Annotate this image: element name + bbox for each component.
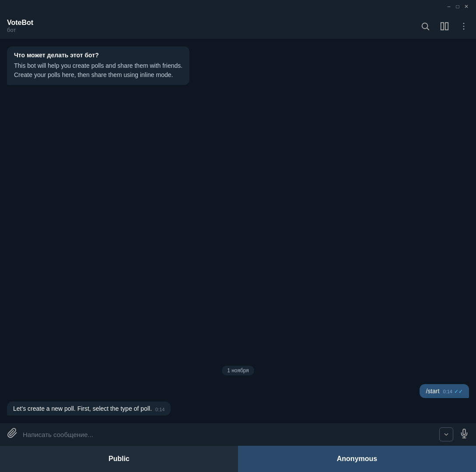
bot-response-message: Let's create a new poll. First, select t… bbox=[7, 402, 469, 416]
public-button[interactable]: Public bbox=[0, 446, 238, 472]
attach-icon[interactable] bbox=[7, 428, 18, 441]
bot-intro-text: This bot will help you create polls and … bbox=[14, 61, 182, 80]
chat-header: VoteBot бот bbox=[0, 13, 476, 39]
svg-point-6 bbox=[463, 28, 465, 30]
chat-area: Что может делать этот бот? This bot will… bbox=[0, 39, 476, 423]
read-receipt-icon: ✓✓ bbox=[454, 388, 463, 395]
svg-line-1 bbox=[427, 28, 429, 30]
date-badge: 1 ноября bbox=[222, 366, 254, 375]
svg-point-4 bbox=[463, 23, 465, 24]
user-bubble: /start 0:14 ✓✓ bbox=[420, 384, 469, 398]
titlebar: – □ ✕ bbox=[0, 0, 476, 13]
svg-rect-2 bbox=[441, 22, 444, 30]
bot-intro-bubble: Что может делать этот бот? This bot will… bbox=[7, 46, 189, 85]
bot-response-text: Let's create a new poll. First, select t… bbox=[13, 405, 152, 412]
contact-name: VoteBot bbox=[7, 19, 33, 27]
user-message-text: /start bbox=[426, 388, 439, 395]
bot-intro-title: Что может делать этот бот? bbox=[14, 52, 182, 59]
emoji-or-more-icon[interactable] bbox=[439, 427, 453, 441]
layout-icon[interactable] bbox=[439, 21, 450, 31]
anonymous-button[interactable]: Anonymous bbox=[238, 446, 476, 472]
svg-rect-3 bbox=[445, 22, 448, 30]
svg-point-5 bbox=[463, 25, 465, 27]
input-area bbox=[0, 423, 476, 446]
bot-response-time: 0:14 bbox=[155, 407, 164, 412]
contact-status: бот bbox=[7, 27, 33, 33]
header-actions bbox=[420, 21, 469, 31]
close-button[interactable]: ✕ bbox=[464, 4, 469, 9]
window-controls: – □ ✕ bbox=[446, 4, 469, 9]
user-message-start: /start 0:14 ✓✓ bbox=[7, 384, 469, 398]
minimize-button[interactable]: – bbox=[446, 4, 452, 9]
bot-response-bubble: Let's create a new poll. First, select t… bbox=[7, 402, 171, 416]
user-message-meta: 0:14 ✓✓ bbox=[443, 388, 463, 395]
search-icon[interactable] bbox=[420, 21, 430, 31]
maximize-button[interactable]: □ bbox=[455, 4, 460, 9]
svg-point-0 bbox=[422, 23, 428, 28]
bottom-buttons: Public Anonymous bbox=[0, 446, 476, 472]
input-right-icons bbox=[439, 427, 469, 441]
bot-intro-message: Что может делать этот бот? This bot will… bbox=[7, 46, 291, 85]
mic-icon[interactable] bbox=[459, 429, 469, 441]
message-input[interactable] bbox=[23, 431, 434, 438]
user-message-time: 0:14 bbox=[443, 389, 452, 394]
contact-info: VoteBot бот bbox=[7, 19, 33, 33]
date-separator: 1 ноября bbox=[7, 366, 469, 375]
more-icon[interactable] bbox=[458, 21, 469, 31]
